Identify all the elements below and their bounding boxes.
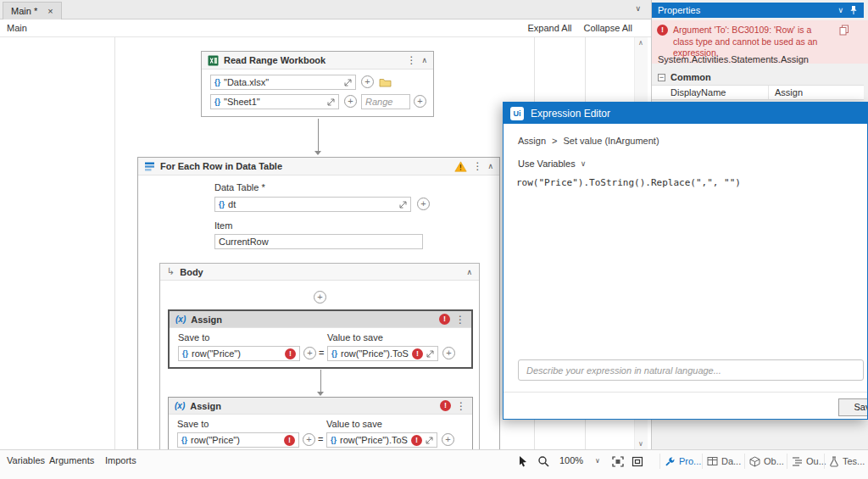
error-icon: ! <box>285 348 296 359</box>
displayname-label: DisplayName <box>652 87 768 97</box>
imports-tab[interactable]: Imports <box>105 455 136 465</box>
collapse-chevron-icon[interactable]: ∧ <box>487 162 493 170</box>
tab-main[interactable]: Main * × <box>3 2 62 19</box>
pointer-icon[interactable] <box>517 455 528 471</box>
class-name: System.Activities.Statements.Assign <box>658 54 809 64</box>
common-section-header[interactable]: − Common <box>658 72 711 82</box>
use-variables-dropdown[interactable]: Use Variables ∨ <box>518 159 586 169</box>
value-to-save-field[interactable]: {} row("Price").ToStrin ! <box>326 432 437 448</box>
status-bar: Variables Arguments Imports 100% ∨ Pro..… <box>0 449 868 479</box>
range-placeholder: Range <box>365 97 406 107</box>
scroll-down-icon[interactable]: ∨ <box>638 440 643 448</box>
fit-to-screen-icon[interactable] <box>612 455 624 471</box>
collapse-chevron-icon[interactable]: ∧ <box>466 268 472 276</box>
sheet-name-field[interactable]: {} "Sheet1" <box>210 94 339 109</box>
panel-tab-properties[interactable]: Pro... <box>659 454 705 469</box>
body-label: Body <box>180 267 203 277</box>
collapse-chevron-icon[interactable]: ∧ <box>421 56 427 64</box>
activity-assign-1[interactable]: (x) Assign ! ⋮ Save to Value to save {} … <box>168 309 473 369</box>
displayname-value[interactable]: Assign <box>768 86 864 99</box>
common-section-label: Common <box>670 72 711 82</box>
arguments-tab[interactable]: Arguments <box>49 455 94 465</box>
variables-tab[interactable]: Variables <box>7 455 45 465</box>
zoom-chevron-icon[interactable]: ∨ <box>595 457 600 465</box>
add-activity-button[interactable]: + <box>314 291 326 304</box>
activity-assign-2[interactable]: (x) Assign ! ⋮ Save to Value to save {} … <box>168 397 473 449</box>
braces-icon: {} <box>214 97 220 106</box>
zoom-icon[interactable] <box>537 455 549 471</box>
body-header[interactable]: ↳ Body ∧ <box>160 264 479 281</box>
menu-dots-icon[interactable]: ⋮ <box>455 314 465 326</box>
item-field[interactable]: CurrentRow <box>214 234 423 249</box>
body-container[interactable]: ↳ Body ∧ + (x) Assign ! ⋮ Save to <box>159 263 480 449</box>
save-button[interactable]: Save <box>838 398 868 416</box>
panel-tab-object-repository[interactable]: Ob... <box>744 454 788 469</box>
add-variable-button[interactable]: + <box>361 75 374 88</box>
dialog-breadcrumb: Assign > Set value (InArgument) <box>518 136 659 146</box>
add-variable-button[interactable]: + <box>442 347 455 359</box>
properties-header[interactable]: Properties ∨ <box>652 3 864 18</box>
activity-title: Assign <box>190 401 221 411</box>
menu-dots-icon[interactable]: ⋮ <box>472 160 482 172</box>
excel-icon <box>208 55 219 66</box>
save-to-field[interactable]: {} row("Price") ! <box>178 346 300 361</box>
save-to-value: row("Price") <box>192 348 281 359</box>
expand-editor-icon[interactable] <box>399 201 407 209</box>
menu-dots-icon[interactable]: ⋮ <box>456 400 466 412</box>
tab-close-icon[interactable]: × <box>47 6 53 16</box>
menu-dots-icon[interactable]: ⋮ <box>406 54 416 66</box>
expand-editor-icon[interactable] <box>344 79 352 86</box>
data-table-field[interactable]: {} dt <box>214 197 411 212</box>
warning-icon[interactable] <box>454 161 467 172</box>
zoom-level[interactable]: 100% <box>559 455 583 465</box>
dialog-titlebar[interactable]: Ui Expression Editor <box>504 103 867 124</box>
panel-tab-data[interactable]: Da... <box>702 454 745 469</box>
expand-editor-icon[interactable] <box>327 98 335 106</box>
value-to-save-field[interactable]: {} row("Price").ToStrin ! <box>327 346 438 361</box>
read-range-header[interactable]: Read Range Workbook ⋮ ∧ <box>202 52 433 70</box>
expand-editor-icon[interactable] <box>426 350 434 358</box>
save-to-field[interactable]: {} row("Price") ! <box>177 432 299 448</box>
activity-for-each[interactable]: For Each Row in Data Table ⋮ ∧ Data Tabl… <box>137 157 500 449</box>
save-to-label: Save to <box>178 332 209 343</box>
equals-sign: = <box>318 434 323 444</box>
range-field[interactable]: Range <box>361 94 410 109</box>
body-arrow-icon: ↳ <box>167 266 175 277</box>
chevron-down-icon[interactable]: ∨ <box>837 6 843 14</box>
expression-editor-dialog[interactable]: Ui Expression Editor Assign > Set value … <box>503 102 868 420</box>
add-variable-button[interactable]: + <box>303 433 315 446</box>
for-each-header[interactable]: For Each Row in Data Table ⋮ ∧ <box>138 158 499 175</box>
nl-input[interactable] <box>518 359 864 381</box>
panel-tab-label: Ob... <box>764 456 784 466</box>
add-variable-button[interactable]: + <box>344 95 357 108</box>
add-variable-button[interactable]: + <box>303 347 316 359</box>
tab-list-chevron-icon[interactable]: ∨ <box>635 4 641 13</box>
expand-all-button[interactable]: Expand All <box>528 23 572 33</box>
browse-folder-icon[interactable] <box>379 75 392 91</box>
file-path-field[interactable]: {} "Data.xlsx" <box>210 75 356 90</box>
braces-icon: {} <box>331 349 337 358</box>
displayname-row[interactable]: DisplayName Assign <box>652 85 864 100</box>
breadcrumb-main[interactable]: Main <box>7 23 27 33</box>
add-variable-button[interactable]: + <box>414 95 426 108</box>
flask-icon <box>829 456 839 467</box>
collapse-box-icon[interactable]: − <box>658 74 665 81</box>
wrench-icon <box>665 456 676 467</box>
add-variable-button[interactable]: + <box>417 198 430 210</box>
add-variable-button[interactable]: + <box>442 433 454 446</box>
expand-editor-icon[interactable] <box>426 437 433 444</box>
panel-tab-test[interactable]: Tes... <box>824 454 868 469</box>
assign-header[interactable]: (x) Assign ! ⋮ <box>170 311 471 328</box>
collapse-all-button[interactable]: Collapse All <box>584 23 632 33</box>
copy-icon[interactable] <box>839 25 849 36</box>
sheet-name-value: "Sheet1" <box>224 97 324 107</box>
scroll-up-icon[interactable]: ∧ <box>638 39 643 47</box>
flow-arrow <box>320 370 321 392</box>
zoom-selection-icon[interactable] <box>632 455 643 471</box>
expression-text[interactable]: row("Price").ToString().Replace(",", "") <box>516 177 741 188</box>
activity-read-range[interactable]: Read Range Workbook ⋮ ∧ {} "Data.xlsx" +… <box>201 51 434 117</box>
pin-icon[interactable] <box>849 5 858 15</box>
dialog-title: Expression Editor <box>531 108 610 120</box>
activity-title: For Each Row in Data Table <box>160 161 282 171</box>
assign-header[interactable]: (x) Assign ! ⋮ <box>169 398 472 415</box>
